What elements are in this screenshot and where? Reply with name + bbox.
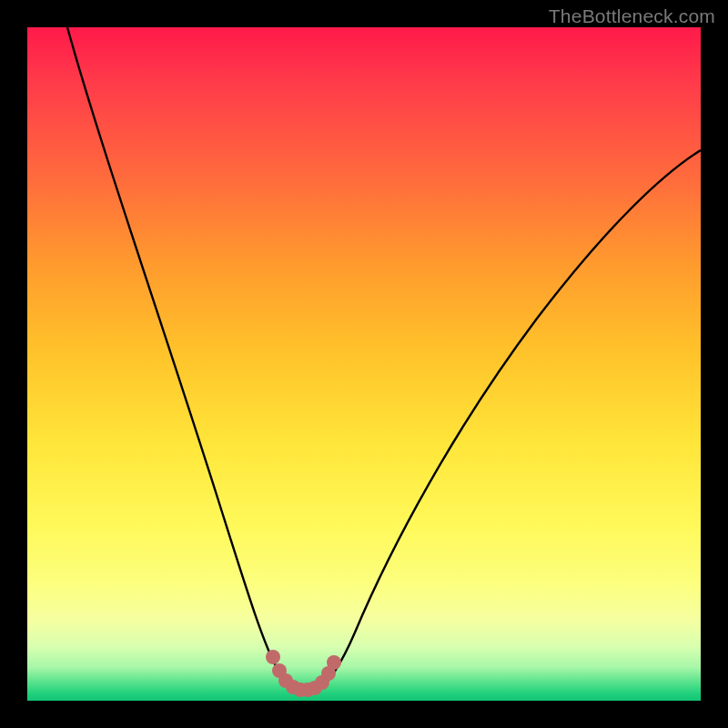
valley-marker	[266, 650, 341, 697]
plot-area	[27, 27, 701, 701]
svg-point-0	[266, 650, 280, 664]
chart-svg	[27, 27, 701, 701]
bottleneck-curve	[67, 27, 701, 691]
svg-point-9	[327, 655, 341, 670]
chart-frame: TheBottleneck.com	[0, 0, 728, 728]
watermark-text: TheBottleneck.com	[549, 5, 715, 27]
